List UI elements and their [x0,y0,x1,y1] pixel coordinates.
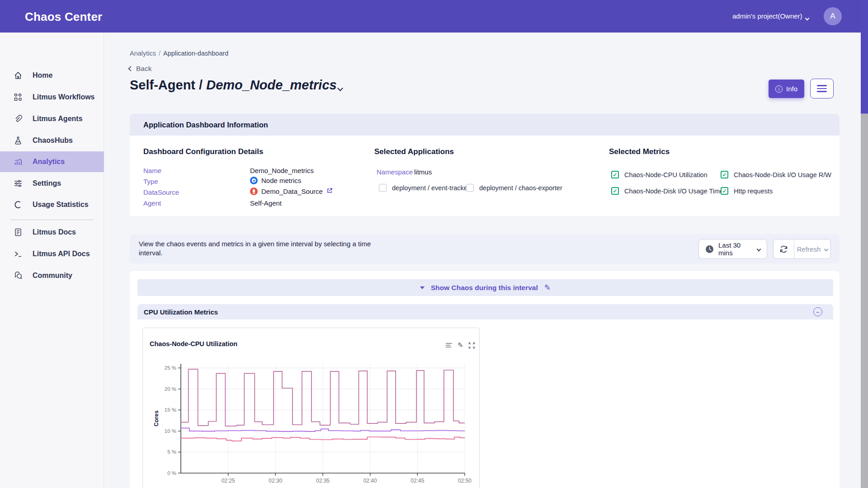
back-button[interactable]: Back [129,65,151,73]
vertical-scrollbar[interactable] [861,0,868,488]
app-checkbox-chaos-exporter[interactable]: deployment / chaos-exporter [466,184,562,192]
sidebar-divider [11,220,93,220]
app-checkbox-event-tracker[interactable]: deployment / event-tracker [379,184,470,192]
config-name-value: Demo_Node_metrics [250,167,314,174]
top-header: Chaos Center admin's project(Owner) A [0,0,868,33]
breadcrumb-separator: / [159,50,160,57]
namespace-label: Namespace [377,168,413,176]
app-title: Chaos Center [25,10,102,24]
refresh-now-button[interactable] [774,239,794,258]
checkbox-checked-icon[interactable] [721,187,728,195]
chevron-down-icon [757,247,761,251]
refresh-label: Refresh [797,245,821,253]
svg-text:5 %: 5 % [167,449,176,455]
scrollbar-thumb[interactable] [861,0,868,114]
namespace-value: litmus [414,168,432,176]
show-chaos-toggle[interactable]: Show Chaos during this interval [137,279,833,296]
svg-text:15 %: 15 % [165,407,176,413]
chart-options-icon[interactable] [445,342,453,349]
svg-text:25 %: 25 % [165,365,176,371]
project-selector[interactable]: admin's project(Owner) [732,12,802,20]
hamburger-icon [817,85,827,86]
svg-text:20 %: 20 % [165,386,176,392]
chart-expand-icon[interactable] [468,342,475,349]
back-label: Back [136,65,151,73]
sidebar-item-settings[interactable]: Settings [0,173,104,194]
options-menu-button[interactable] [810,79,834,99]
time-interval-description: View the chaos events and metrics in a g… [139,239,383,258]
info-button[interactable]: Info [769,80,804,98]
checkbox-checked-icon[interactable] [611,187,619,195]
sidebar-item-usage-statistics[interactable]: Usage Statistics [0,194,104,215]
checkbox-checked-icon[interactable] [721,171,728,178]
page-title: Self-Agent / Demo_Node_metrics [130,78,337,93]
sidebar-item-litmus-api-docs[interactable]: Litmus API Docs [0,244,104,264]
info-panel-title: Application Dashboard Information [143,121,268,129]
chaos-center-app: Chaos Center admin's project(Owner) A Ho… [0,0,868,488]
usage-statistics-icon [14,200,23,209]
svg-text:Cores: Cores [153,410,160,426]
edit-pencil-icon[interactable] [544,283,551,292]
agent-name: Self-Agent / [130,78,203,92]
svg-text:02:45: 02:45 [410,478,424,484]
svg-text:10 %: 10 % [165,428,176,434]
sidebar-item-litmus-docs[interactable]: Litmus Docs [0,222,104,243]
sidebar-item-home[interactable]: Home [0,65,104,86]
time-range-select[interactable]: Last 30 mins [698,239,767,259]
config-details-title: Dashboard Configuration Details [143,147,263,156]
time-range-value: Last 30 mins [718,241,753,257]
svg-text:02:25: 02:25 [222,478,235,484]
metric-checkbox-http-requests[interactable]: Http requests [721,187,773,195]
prometheus-icon [250,188,258,195]
home-icon [14,71,23,80]
flask-icon [14,136,23,145]
breadcrumb: Analytics/Application-dashboard [130,50,228,57]
document-icon [14,228,23,237]
checkbox-unchecked-icon[interactable] [466,184,474,192]
config-type-label: Type [143,178,158,185]
chart-toolbar [445,341,475,349]
svg-text:02:40: 02:40 [363,478,377,484]
metric-checkbox-cpu-utilization[interactable]: Chaos-Node-CPU Utilization [611,171,708,178]
cpu-utilization-chart: 0 %5 %10 %15 %20 %25 %02:2502:3002:3502:… [149,356,475,488]
svg-text:02:35: 02:35 [316,478,330,484]
sidebar-item-chaoshubs[interactable]: ChaosHubs [0,130,104,151]
analytics-icon [14,157,23,166]
config-type-value: Node metrics [250,177,301,184]
sidebar-item-litmus-agents[interactable]: Litmus Agents [0,108,104,129]
chevron-left-icon [128,66,133,71]
metric-checkbox-disk-io-rw[interactable]: Chaos-Node-Disk I/O Usage R/W [721,171,831,178]
paperclip-icon [14,114,23,123]
dashboard-name: Demo_Node_metrics [206,78,337,92]
refresh-interval-select[interactable]: Refresh [794,239,830,258]
dashboard-switcher-chevron-icon[interactable] [338,84,342,92]
checkbox-checked-icon[interactable] [611,171,619,178]
metric-checkbox-disk-io-times[interactable]: Chaos-Node-Disk I/O Usage Times [611,187,726,195]
sidebar-item-community[interactable]: Community [0,265,104,286]
external-link-icon[interactable] [326,188,333,195]
config-datasource-label: DataSource [143,188,179,196]
project-chevron-down-icon[interactable] [806,14,809,22]
svg-text:02:30: 02:30 [269,478,282,484]
chevron-down-icon [824,247,829,251]
cpu-utilization-section-header: CPU Utilization Metrics [137,304,833,319]
terminal-icon [14,249,23,258]
refresh-group: Refresh [773,239,831,259]
show-chaos-label: Show Chaos during this interval [431,284,538,292]
selected-applications-title: Selected Applications [374,147,454,156]
sliders-icon [14,179,23,188]
caret-down-icon [420,286,425,289]
sidebar-item-analytics[interactable]: Analytics [0,151,104,172]
checkbox-unchecked-icon[interactable] [379,184,387,192]
section-title: CPU Utilization Metrics [144,308,218,316]
config-datasource-value: Demo_Data_Source [250,188,333,195]
selected-metrics-title: Selected Metrics [609,147,670,156]
breadcrumb-application-dashboard[interactable]: Application-dashboard [163,50,228,57]
info-panel-header: Application Dashboard Information [130,114,840,136]
sidebar-item-litmus-workflows[interactable]: Litmus Workflows [0,87,104,108]
breadcrumb-analytics[interactable]: Analytics [130,50,156,57]
avatar[interactable]: A [824,7,842,25]
chart-edit-icon[interactable] [458,341,463,349]
info-icon [775,85,783,93]
collapse-section-icon[interactable] [813,307,822,316]
